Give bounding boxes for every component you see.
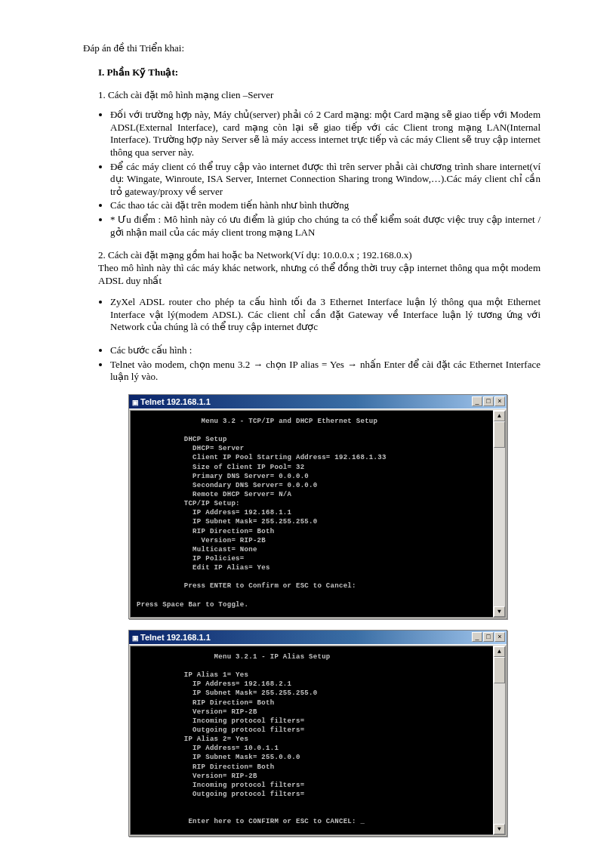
list-item: Các bước cấu hình :	[110, 344, 541, 357]
close-button[interactable]: ×	[494, 632, 505, 642]
maximize-button[interactable]: □	[483, 632, 494, 642]
titlebar-text: ▣Telnet 192.168.1.1	[132, 633, 211, 642]
scroll-up-button[interactable]: ▲	[494, 411, 505, 421]
close-button[interactable]: ×	[494, 396, 505, 406]
maximize-button[interactable]: □	[483, 396, 494, 406]
document-page: Đáp án đề thi Triển khai: I. Phần Kỹ Thu…	[0, 0, 616, 848]
item-2-line2: Theo mô hình này thì các máy khác networ…	[98, 262, 541, 287]
minimize-button[interactable]: _	[472, 396, 482, 406]
list-item: Để các máy client có thể truy cập vào in…	[110, 161, 541, 199]
scroll-thumb[interactable]	[494, 421, 505, 448]
list-item: Đối với trường hợp này, Máy chủ(server) …	[110, 109, 541, 159]
minimize-button[interactable]: _	[472, 632, 482, 642]
terminal-console[interactable]: Menu 3.2 - TCP/IP and DHCP Ethernet Setu…	[130, 410, 493, 618]
window-controls: _ □ ×	[472, 396, 505, 406]
bullet-list-2: ZyXel ADSL router cho phép ta cấu hình t…	[110, 296, 541, 334]
scroll-track[interactable]	[494, 421, 505, 606]
titlebar[interactable]: ▣Telnet 192.168.1.1 _ □ ×	[129, 395, 507, 409]
titlebar[interactable]: ▣Telnet 192.168.1.1 _ □ ×	[129, 631, 507, 644]
scrollbar[interactable]: ▲ ▼	[493, 646, 506, 835]
terminal-body: Menu 3.2 - TCP/IP and DHCP Ethernet Setu…	[129, 409, 507, 618]
terminal-body: Menu 3.2.1 - IP Alias Setup IP Alias 1= …	[129, 644, 507, 836]
section-heading: I. Phần Kỹ Thuật:	[98, 66, 541, 79]
scroll-track[interactable]	[494, 657, 505, 824]
item-2-line1: 2. Cách cài đặt mạng gồm hai hoặc ba Net…	[98, 249, 541, 262]
cmd-icon: ▣	[132, 634, 139, 642]
bullet-list-1: Đối với trường hợp này, Máy chủ(server) …	[110, 109, 541, 239]
window-controls: _ □ ×	[472, 632, 505, 642]
terminal-window-1: ▣Telnet 192.168.1.1 _ □ × Menu 3.2 - TCP…	[128, 394, 507, 619]
list-item: Telnet vào modem, chọn menu 3.2 → chọn I…	[110, 359, 541, 384]
terminal-console[interactable]: Menu 3.2.1 - IP Alias Setup IP Alias 1= …	[130, 646, 493, 835]
list-item: Các thao tác cài đặt trên modem tiến hàn…	[110, 199, 541, 212]
list-item: * Ưu điểm : Mô hình này có ưu điểm là gi…	[110, 214, 541, 239]
scroll-down-button[interactable]: ▼	[494, 606, 505, 617]
titlebar-text: ▣Telnet 192.168.1.1	[132, 397, 211, 406]
cmd-icon: ▣	[132, 399, 139, 406]
scroll-up-button[interactable]: ▲	[494, 646, 505, 657]
list-item: ZyXel ADSL router cho phép ta cấu hình t…	[110, 296, 541, 334]
item-1: 1. Cách cài đặt mô hình mạng clien –Serv…	[98, 89, 541, 101]
scroll-down-button[interactable]: ▼	[494, 824, 505, 834]
scroll-thumb[interactable]	[494, 657, 505, 683]
terminal-window-2: ▣Telnet 192.168.1.1 _ □ × Menu 3.2.1 - I…	[128, 630, 507, 837]
bullet-list-3: Các bước cấu hình : Telnet vào modem, ch…	[110, 344, 541, 384]
scrollbar[interactable]: ▲ ▼	[493, 410, 506, 618]
doc-header: Đáp án đề thi Triển khai:	[83, 42, 541, 54]
